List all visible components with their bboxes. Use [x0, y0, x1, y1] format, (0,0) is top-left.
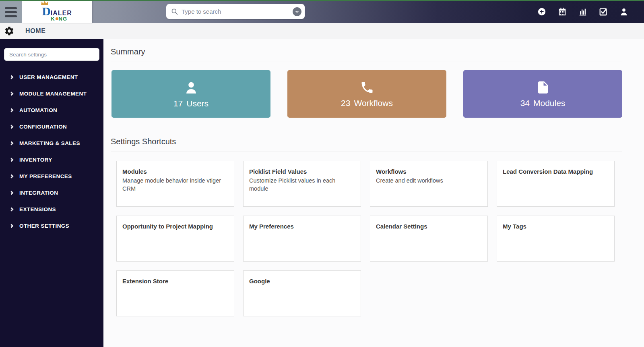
shortcuts-heading: Settings Shortcuts — [111, 137, 637, 146]
user-icon — [619, 7, 628, 16]
chevron-right-icon — [10, 208, 14, 212]
shortcut-title: Calendar Settings — [376, 223, 482, 230]
sidebar-item-label: INTEGRATION — [19, 190, 58, 196]
calendar-icon — [558, 7, 567, 16]
search-icon — [171, 8, 178, 15]
shortcut-title: Extension Store — [122, 278, 228, 285]
sidebar-item-label: MY PREFERENCES — [19, 173, 72, 179]
shortcut-card-workflows[interactable]: Workflows Create and edit workflows — [370, 161, 488, 207]
modules-count: 34 — [520, 98, 530, 108]
sidebar-item-my-preferences[interactable]: MY PREFERENCES — [0, 168, 103, 185]
shortcut-desc: Create and edit workflows — [376, 177, 482, 185]
shortcut-card-opportunity-to-project-mapping[interactable]: Opportunity to Project Mapping — [116, 216, 234, 262]
profile-button[interactable] — [619, 7, 629, 17]
reports-button[interactable] — [578, 7, 588, 17]
divider — [111, 152, 622, 152]
top-bar: DIALER KNG — [0, 0, 644, 23]
users-label: Users — [186, 99, 208, 108]
quick-create-button[interactable] — [537, 7, 547, 17]
sidebar-item-label: MARKETING & SALES — [19, 140, 80, 146]
top-accent-strip — [0, 0, 644, 1]
settings-menu: USER MANAGEMENT MODULE MANAGEMENT AUTOMA… — [0, 69, 103, 234]
chevron-right-icon — [10, 92, 14, 96]
calendar-button[interactable] — [557, 7, 567, 17]
sidebar-item-other-settings[interactable]: OTHER SETTINGS — [0, 218, 103, 234]
search-input[interactable] — [182, 8, 293, 15]
chevron-right-icon — [10, 125, 14, 129]
tasks-button[interactable] — [599, 7, 608, 17]
sidebar-item-module-management[interactable]: MODULE MANAGEMENT — [0, 85, 103, 102]
shortcut-card-modules[interactable]: Modules Manage module behavior inside vt… — [116, 161, 234, 207]
shortcut-card-my-tags[interactable]: My Tags — [497, 216, 615, 262]
phone-icon — [360, 80, 374, 95]
chevron-right-icon — [10, 141, 14, 145]
sidebar-item-marketing-sales[interactable]: MARKETING & SALES — [0, 135, 103, 152]
shortcut-card-extension-store[interactable]: Extension Store — [116, 270, 234, 316]
shortcut-title: My Tags — [503, 223, 609, 230]
workflows-count: 23 — [341, 98, 350, 108]
settings-gear-button[interactable] — [4, 26, 14, 36]
chart-icon — [578, 7, 587, 16]
summary-heading: Summary — [111, 47, 637, 56]
sidebar-item-inventory[interactable]: INVENTORY — [0, 152, 103, 168]
settings-shortcuts-section: Settings Shortcuts Modules Manage module… — [111, 137, 637, 316]
shortcut-card-lead-conversion-data-mapping[interactable]: Lead Conversion Data Mapping — [497, 161, 615, 207]
logo-letter-d: D — [42, 5, 51, 17]
sidebar-item-label: MODULE MANAGEMENT — [19, 91, 87, 97]
chevron-down-icon — [294, 9, 300, 15]
shortcut-desc: Manage module behavior inside vtiger CRM — [122, 177, 228, 193]
sidebar-item-extensions[interactable]: EXTENSIONS — [0, 201, 103, 218]
sidebar-item-label: OTHER SETTINGS — [19, 223, 69, 229]
tasks-icon — [599, 7, 608, 16]
file-icon — [536, 80, 550, 95]
shortcut-card-picklist-field-values[interactable]: Picklist Field Values Customize Picklist… — [243, 161, 361, 207]
settings-search-input[interactable] — [4, 48, 99, 61]
sidebar-item-label: CONFIGURATION — [19, 124, 67, 130]
topbar-icon-group — [537, 0, 629, 23]
shortcut-desc: Customize Picklist values in each module — [249, 177, 355, 193]
logo-dot-icon — [56, 17, 58, 20]
breadcrumb-bar: HOME — [0, 23, 644, 39]
gear-icon — [4, 26, 14, 36]
sidebar-item-label: EXTENSIONS — [19, 206, 56, 212]
shortcut-title: My Preferences — [249, 223, 355, 230]
chevron-right-icon — [10, 191, 14, 195]
shortcut-title: Opportunity to Project Mapping — [122, 223, 228, 230]
divider — [111, 62, 622, 62]
brand-logo[interactable]: DIALER KNG — [22, 0, 92, 23]
users-summary-label: 17 Users — [173, 99, 208, 108]
search-scope-dropdown[interactable] — [293, 7, 301, 16]
modules-label: Modules — [533, 98, 565, 108]
workflows-summary-label: 23 Workflows — [341, 98, 393, 108]
global-search — [166, 4, 305, 19]
shortcut-card-calendar-settings[interactable]: Calendar Settings — [370, 216, 488, 262]
main-content: Summary 17 Users 23 Workflo — [103, 39, 644, 347]
shortcut-title: Workflows — [376, 168, 482, 175]
chevron-right-icon — [10, 158, 14, 162]
chevron-right-icon — [10, 175, 14, 179]
sidebar-item-automation[interactable]: AUTOMATION — [0, 102, 103, 118]
sidebar-item-label: INVENTORY — [19, 157, 52, 163]
modules-summary-card[interactable]: 34 Modules — [463, 70, 622, 118]
add-icon — [537, 7, 546, 16]
sidebar-item-integration[interactable]: INTEGRATION — [0, 185, 103, 201]
sidebar-item-label: AUTOMATION — [19, 107, 57, 113]
sidebar-item-configuration[interactable]: CONFIGURATION — [0, 118, 103, 135]
shortcut-card-google[interactable]: Google — [243, 270, 361, 316]
hamburger-menu-icon[interactable] — [0, 1, 22, 23]
logo-text-ng: NG — [59, 16, 68, 21]
shortcut-card-my-preferences[interactable]: My Preferences — [243, 216, 361, 262]
breadcrumb-home[interactable]: HOME — [25, 27, 45, 35]
summary-cards: 17 Users 23 Workflows 34 — [111, 70, 637, 118]
chevron-right-icon — [10, 108, 14, 112]
user-icon — [184, 80, 199, 95]
workflows-summary-card[interactable]: 23 Workflows — [287, 70, 446, 118]
chevron-right-icon — [10, 224, 14, 228]
shortcut-title: Picklist Field Values — [249, 168, 355, 175]
workflows-label: Workflows — [354, 98, 392, 108]
users-summary-card[interactable]: 17 Users — [111, 70, 270, 118]
dialer-king-logo: DIALER KNG — [42, 2, 72, 21]
settings-sidebar: USER MANAGEMENT MODULE MANAGEMENT AUTOMA… — [0, 39, 103, 347]
shortcut-title: Google — [249, 278, 355, 285]
sidebar-item-user-management[interactable]: USER MANAGEMENT — [0, 69, 103, 85]
